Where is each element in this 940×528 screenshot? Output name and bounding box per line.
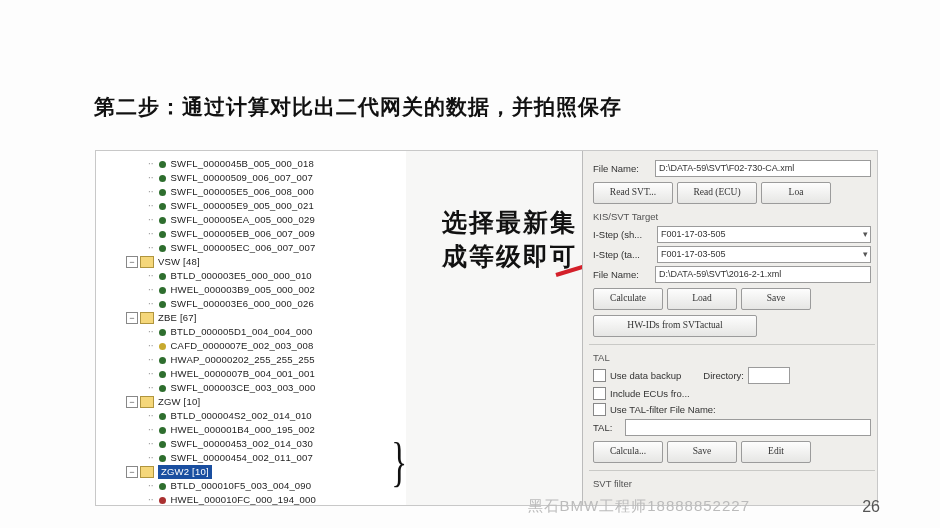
istep-ta-dropdown[interactable]: F001-17-03-505 <box>657 246 871 263</box>
tree-connector: ·· <box>148 409 154 423</box>
file-name-label-1: File Name: <box>593 163 651 175</box>
include-ecus-label: Include ECUs fro... <box>610 388 690 400</box>
file-name-field-1[interactable]: D:\DATA-59\SVT\F02-730-CA.xml <box>655 160 871 177</box>
tree-item[interactable]: ··SWFL_0000045B_005_000_018 <box>104 157 406 171</box>
tree-item[interactable]: ··SWFL_000003E6_000_000_026 <box>104 297 406 311</box>
svt-filter-title: SVT filter <box>593 478 871 490</box>
tree-connector: ·· <box>148 437 154 451</box>
use-data-backup-checkbox[interactable] <box>593 369 606 382</box>
tree-item-label: HWEL_0000007B_004_001_001 <box>171 367 315 381</box>
tree-item[interactable]: ··HWEL_0000007B_004_001_001 <box>104 367 406 381</box>
hwids-button[interactable]: HW-IDs from SVTactual <box>593 315 757 337</box>
tree-item[interactable]: ··BTLD_000003E5_000_000_010 <box>104 269 406 283</box>
bullet-icon <box>159 343 166 350</box>
minus-icon[interactable]: − <box>126 256 138 268</box>
tree-connector: ·· <box>148 325 154 339</box>
folder-icon <box>140 256 154 268</box>
tree-item[interactable]: ··HWEL_000003B9_005_000_002 <box>104 283 406 297</box>
bullet-icon <box>159 273 166 280</box>
tree-item[interactable]: ··SWFL_000005E9_005_000_021 <box>104 199 406 213</box>
tree-item[interactable]: ··BTLD_000005D1_004_004_000 <box>104 325 406 339</box>
tree-item-label: HWAP_00000202_255_255_255 <box>171 353 315 367</box>
directory-label: Directory: <box>703 370 744 382</box>
bullet-icon <box>159 497 166 504</box>
bullet-icon <box>159 161 166 168</box>
tree-item[interactable]: ··SWFL_000005E5_006_008_000 <box>104 185 406 199</box>
tree-connector: ·· <box>148 157 154 171</box>
tree-connector: ·· <box>148 213 154 227</box>
tree-item[interactable]: ··HWAP_00000202_255_255_255 <box>104 353 406 367</box>
tree-folder[interactable]: −ZGW2 [10] <box>104 465 406 479</box>
tree-item-label: SWFL_000005E9_005_000_021 <box>171 199 314 213</box>
read-ecu-button[interactable]: Read (ECU) <box>677 182 757 204</box>
tree-item[interactable]: ··BTLD_000010F5_003_004_090 <box>104 479 406 493</box>
step-heading: 第二步：通过计算对比出二代网关的数据，并拍照保存 <box>94 93 880 121</box>
bullet-icon <box>159 483 166 490</box>
ecu-tree[interactable]: ··SWFL_0000045B_005_000_018··SWFL_000005… <box>96 151 406 505</box>
screenshot-area: ··SWFL_0000045B_005_000_018··SWFL_000005… <box>95 150 878 506</box>
tree-item[interactable]: ··SWFL_000005EC_006_007_007 <box>104 241 406 255</box>
tree-item[interactable]: ··SWFL_00000454_002_011_007 <box>104 451 406 465</box>
tree-item[interactable]: ··SWFL_000005EB_006_007_009 <box>104 227 406 241</box>
tree-folder-label: ZGW [10] <box>158 395 200 409</box>
istep-ta-label: I-Step (ta... <box>593 249 657 261</box>
tree-item[interactable]: ··SWFL_000003CE_003_003_000 <box>104 381 406 395</box>
callout-text: 选择最新集 成等级即可 <box>442 205 577 273</box>
page-number: 26 <box>862 498 880 516</box>
tree-item[interactable]: ··SWFL_000005EA_005_000_029 <box>104 213 406 227</box>
tree-item-label: BTLD_000005D1_004_004_000 <box>171 325 313 339</box>
folder-icon <box>140 396 154 408</box>
load-button-2[interactable]: Load <box>667 288 737 310</box>
curly-brace-annotation: } <box>391 437 407 487</box>
file-name-label-2: File Name: <box>593 269 651 281</box>
save-button-2[interactable]: Save <box>667 441 737 463</box>
include-ecus-checkbox[interactable] <box>593 387 606 400</box>
tree-connector: ·· <box>148 381 154 395</box>
kis-svt-target-title: KIS/SVT Target <box>593 211 871 223</box>
tree-folder-label: ZBE [67] <box>158 311 197 325</box>
istep-sh-dropdown[interactable]: F001-17-03-505 <box>657 226 871 243</box>
tree-connector: ·· <box>148 367 154 381</box>
file-name-field-2[interactable]: D:\DATA-59\SVT\2016-2-1.xml <box>655 266 871 283</box>
istep-sh-label: I-Step (sh... <box>593 229 657 241</box>
bullet-icon <box>159 217 166 224</box>
load-button-1[interactable]: Loa <box>761 182 831 204</box>
tree-connector: ·· <box>148 423 154 437</box>
tree-item[interactable]: ··SWFL_00000509_006_007_007 <box>104 171 406 185</box>
tree-connector: ·· <box>148 353 154 367</box>
bullet-icon <box>159 287 166 294</box>
tree-item[interactable]: ··SWFL_00000453_002_014_030 <box>104 437 406 451</box>
bullet-icon <box>159 189 166 196</box>
tree-item[interactable]: ··BTLD_000004S2_002_014_010 <box>104 409 406 423</box>
tree-item-label: CAFD_0000007E_002_003_008 <box>171 339 314 353</box>
tree-folder-label: VSW [48] <box>158 255 200 269</box>
minus-icon[interactable]: − <box>126 396 138 408</box>
calcu-button[interactable]: Calcula... <box>593 441 663 463</box>
tree-item-label: HWEL_000010FC_000_194_000 <box>171 493 317 506</box>
tree-connector: ·· <box>148 241 154 255</box>
bullet-icon <box>159 357 166 364</box>
read-svt-button[interactable]: Read SVT... <box>593 182 673 204</box>
tree-item[interactable]: ··HWEL_000001B4_000_195_002 <box>104 423 406 437</box>
edit-button[interactable]: Edit <box>741 441 811 463</box>
tree-item-label: SWFL_00000453_002_014_030 <box>171 437 313 451</box>
bullet-icon <box>159 329 166 336</box>
tree-item-label: SWFL_000005EC_006_007_007 <box>171 241 316 255</box>
tree-connector: ·· <box>148 199 154 213</box>
tree-item-label: BTLD_000010F5_003_004_090 <box>171 479 312 493</box>
use-tal-filter-checkbox[interactable] <box>593 403 606 416</box>
minus-icon[interactable]: − <box>126 466 138 478</box>
tree-item-label: HWEL_000003B9_005_000_002 <box>171 283 315 297</box>
tree-folder[interactable]: −ZBE [67] <box>104 311 406 325</box>
minus-icon[interactable]: − <box>126 312 138 324</box>
directory-field[interactable] <box>748 367 790 384</box>
tree-folder[interactable]: −ZGW [10] <box>104 395 406 409</box>
tree-item-label: BTLD_000004S2_002_014_010 <box>171 409 312 423</box>
calculate-button[interactable]: Calculate <box>593 288 663 310</box>
save-button-1[interactable]: Save <box>741 288 811 310</box>
tree-folder[interactable]: −VSW [48] <box>104 255 406 269</box>
tal-field[interactable] <box>625 419 871 436</box>
bullet-icon <box>159 385 166 392</box>
tree-item[interactable]: ··HWEL_000010FC_000_194_000 <box>104 493 406 506</box>
tree-item[interactable]: ··CAFD_0000007E_002_003_008 <box>104 339 406 353</box>
